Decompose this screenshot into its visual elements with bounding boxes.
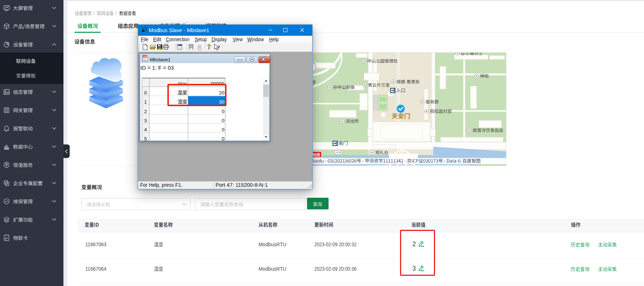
svg-text:0: 0 <box>222 118 225 123</box>
svg-text:?: ? <box>217 45 220 50</box>
svg-text:2: 2 <box>144 109 147 114</box>
svg-text:3: 3 <box>144 118 147 123</box>
svg-text:4: 4 <box>144 127 147 132</box>
svg-text:0: 0 <box>144 90 147 96</box>
svg-text:0: 0 <box>222 109 225 114</box>
svg-text:0: 0 <box>222 136 225 140</box>
svg-text:5: 5 <box>144 136 147 140</box>
svg-text:0: 0 <box>222 127 225 132</box>
svg-text:DOC: DOC <box>143 56 147 58</box>
svg-text:?: ? <box>207 43 211 51</box>
svg-text:1: 1 <box>144 99 147 105</box>
